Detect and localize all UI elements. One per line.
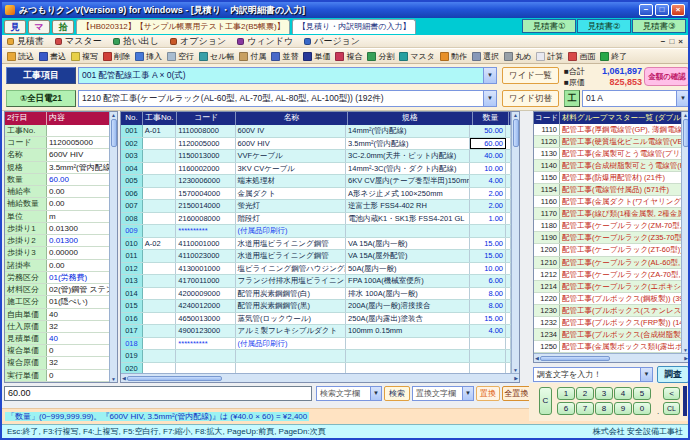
- amount-confirm-button[interactable]: 金額の確認: [644, 67, 690, 86]
- keypad-key-7[interactable]: 7: [576, 402, 594, 415]
- table-row[interactable]: 0154240012000配管用炭素鋼鋼管(黒)200A(屋内一般)溶接接合8.…: [121, 300, 511, 313]
- table-row[interactable]: 0061570004000金属ダクトA形ネジ止メ式 100×250mm2.00: [121, 188, 511, 201]
- mdi-restore-icon[interactable]: □: [669, 37, 674, 46]
- search-button[interactable]: 検索: [384, 386, 410, 401]
- scroll-thumb[interactable]: [513, 119, 519, 147]
- scroll-left-icon[interactable]: ◀: [535, 355, 539, 361]
- scroll-right-icon[interactable]: ▶: [684, 355, 688, 361]
- qty-cell[interactable]: 10.00: [470, 163, 506, 175]
- field-value[interactable]: 32: [47, 357, 109, 368]
- table-row[interactable]: 0124130001000塩ビライニング鋼管ハウジング継手50A(屋内一般)10…: [121, 263, 511, 276]
- material-group-row[interactable]: 1212配管工事(ケーブルラック(ZA-70型, ZA-100型)) (103: [534, 269, 681, 281]
- field-value[interactable]: 0: [47, 370, 109, 381]
- table-row[interactable]: 0031150013000VVFケーブル3C-2.0mm(天井・ピット内配線)4…: [121, 150, 511, 163]
- cell-edit-input[interactable]: 60.00: [4, 386, 312, 401]
- material-group-row[interactable]: 1210配管工事(ケーブルラック(AL-60型, AL-70型, AL-80型: [534, 257, 681, 269]
- qty-cell[interactable]: 40.00: [470, 150, 506, 162]
- material-group-row[interactable]: 1180配管工事(ケーブルラック(ZM-70型, ZM-100型)) (107: [534, 220, 681, 232]
- material-group-row[interactable]: 1190配管工事(ケーブルラック(Z35-70型, Z35-100型)) (11: [534, 232, 681, 244]
- table-row[interactable]: 0082160008000階段灯電池内蔵K1・SK1形 FSS4-201 GL1…: [121, 213, 511, 226]
- tab-detail-input[interactable]: 【見積り・内訳明細書の入力】: [292, 19, 416, 34]
- table-row[interactable]: 001A-011110008000600V IV14mm²(管内配線)50.00: [121, 125, 511, 138]
- toolbar-button-複合[interactable]: 複合: [333, 50, 364, 63]
- left-panel-scrollbar[interactable]: ▲ ▼: [109, 112, 117, 382]
- scroll-thumb[interactable]: [111, 119, 117, 147]
- material-group-row[interactable]: 1120配管工事(硬質塩化ビニル電線管(VE管, HI-VE管): [534, 136, 681, 148]
- survey-input[interactable]: 調査文字を入力！▼: [533, 367, 653, 382]
- material-group-row[interactable]: 1220配管工事(プルボックス(鋼板製)) (398件): [534, 293, 681, 305]
- keypad-key-9[interactable]: 9: [614, 402, 632, 415]
- qty-cell[interactable]: 1.00: [470, 213, 506, 225]
- qty-cell[interactable]: [470, 338, 506, 350]
- keypad-dot[interactable]: .: [657, 407, 659, 416]
- wide-toggle-button[interactable]: ワイド切替: [502, 90, 559, 107]
- material-group-row[interactable]: 1160配管工事(金属ダクト(ワイヤリングダクト)) (184件): [534, 196, 681, 208]
- material-group-row[interactable]: 1170配管工事(線ぴ類(1種金属製, 2種金属製, 合成樹: [534, 208, 681, 220]
- material-group-row[interactable]: 1130配管工事(金属製可とう電線管(プリカチューブ)) (29件: [534, 148, 681, 160]
- toolbar-button-削除[interactable]: 削除: [101, 50, 132, 63]
- field-value[interactable]: 60.00: [47, 174, 109, 185]
- qty-cell[interactable]: 15.00: [470, 238, 506, 250]
- field-value[interactable]: m: [47, 211, 109, 222]
- search-field-combo[interactable]: 検索文字欄▼: [316, 386, 382, 401]
- keypad-key-3[interactable]: 3: [595, 387, 613, 400]
- field-value[interactable]: 01(労務費): [47, 272, 109, 283]
- qty-cell[interactable]: [470, 225, 506, 237]
- material-group-row[interactable]: 1232配管工事(プルボックス(FRP製)) (14件): [534, 317, 681, 329]
- keypad-cl-button[interactable]: CL: [663, 402, 680, 415]
- chevron-down-icon[interactable]: ▼: [483, 91, 496, 106]
- material-group-row[interactable]: 1150配管工事(防爆用配管材) (21件): [534, 172, 681, 184]
- table-row[interactable]: 010A-024110001000水道用塩ビライニング鋼管VA 15A(屋内一般…: [121, 238, 511, 251]
- chevron-down-icon[interactable]: ▼: [483, 68, 496, 83]
- detail-table-hscrollbar[interactable]: ◀ ▶: [121, 373, 519, 382]
- construction-item-combo[interactable]: 001 配管配線工事 A × 0(式)▼: [78, 67, 497, 84]
- toolbar-button-単価[interactable]: 単価: [301, 50, 332, 63]
- toolbar-button-分割[interactable]: 分割: [365, 50, 396, 63]
- keypad-key-0[interactable]: 0: [633, 402, 651, 415]
- qty-cell[interactable]: 8.00: [470, 288, 506, 300]
- chevron-down-icon[interactable]: ▼: [462, 387, 473, 400]
- scroll-up-icon[interactable]: ▲: [111, 112, 116, 118]
- scroll-up-icon[interactable]: ▲: [683, 112, 688, 118]
- field-value[interactable]: 01(隠ぺい): [47, 296, 109, 307]
- qty-cell[interactable]: [470, 350, 506, 362]
- toolbar-button-計算[interactable]: 計算: [534, 50, 565, 63]
- keypad-key-6[interactable]: 6: [557, 402, 575, 415]
- qty-cell[interactable]: 15.00: [470, 313, 506, 325]
- kouji-combo[interactable]: 01 A▼: [582, 90, 690, 107]
- table-row[interactable]: 0051230006000端末処理材6KV CV屋内(テープ巻型半田)150mm…: [121, 175, 511, 188]
- keypad-clear-button[interactable]: C: [539, 387, 552, 415]
- table-row[interactable]: 0134170011000フランジ付排水用塩ビライニング鋼管FPA 100A(機…: [121, 275, 511, 288]
- field-value[interactable]: 0.00: [47, 198, 109, 209]
- chevron-down-icon[interactable]: ▼: [676, 91, 689, 106]
- qty-cell[interactable]: 4.00: [470, 175, 506, 187]
- menu-item-バージョン[interactable]: バージョン: [304, 35, 360, 48]
- field-value[interactable]: 0: [47, 345, 109, 356]
- scroll-left-icon[interactable]: ◀: [122, 375, 126, 381]
- mini-button-マ[interactable]: マ: [28, 20, 50, 34]
- field-value[interactable]: 0.00: [47, 260, 109, 271]
- material-group-row[interactable]: 1234配管工事(プルボックス(合成樹脂製)) (57件): [534, 329, 681, 341]
- material-group-row[interactable]: 1214配管工事(ケーブルラック(エポキシ樹脂粉体塗装, ZAM: [534, 281, 681, 293]
- toolbar-button-読込[interactable]: 読込: [5, 50, 36, 63]
- table-row[interactable]: 0072150014000蛍光灯逆富士形 FSS4-402 RH2.00: [121, 200, 511, 213]
- qty-cell[interactable]: 15.00: [470, 250, 506, 262]
- qty-cell[interactable]: 60.00: [470, 138, 506, 150]
- table-row[interactable]: 0021120005000600V HIV3.5mm²(管内配線)60.00: [121, 138, 511, 151]
- toolbar-button-挿入[interactable]: 挿入: [133, 50, 164, 63]
- table-row[interactable]: 0174900123000アルミ製フレキシブルダクト100mm 0.15mm4.…: [121, 325, 511, 338]
- replace-field-combo[interactable]: 置換文字欄▼: [412, 386, 474, 401]
- keypad-backspace-button[interactable]: <: [663, 387, 680, 400]
- toolbar-button-画面[interactable]: 画面: [566, 50, 597, 63]
- table-row[interactable]: 0144200009000配管用炭素鋼鋼管(白)排水 100A(屋内一般)8.0…: [121, 288, 511, 301]
- keypad-key-5[interactable]: 5: [633, 387, 651, 400]
- field-value[interactable]: 02(管)鋼管 ステン/DVLP給排: [47, 284, 109, 295]
- field-value[interactable]: 3.5mm²(管内配線): [47, 162, 109, 173]
- field-value[interactable]: 0.00000: [47, 247, 109, 258]
- scroll-thumb[interactable]: [683, 119, 689, 147]
- material-group-scrollbar[interactable]: ▲ ▼: [681, 112, 689, 353]
- keypad-key-4[interactable]: 4: [614, 387, 632, 400]
- toolbar-button-動作[interactable]: 動作: [438, 50, 469, 63]
- qty-cell[interactable]: 4.00: [470, 325, 506, 337]
- scroll-thumb[interactable]: [127, 376, 222, 381]
